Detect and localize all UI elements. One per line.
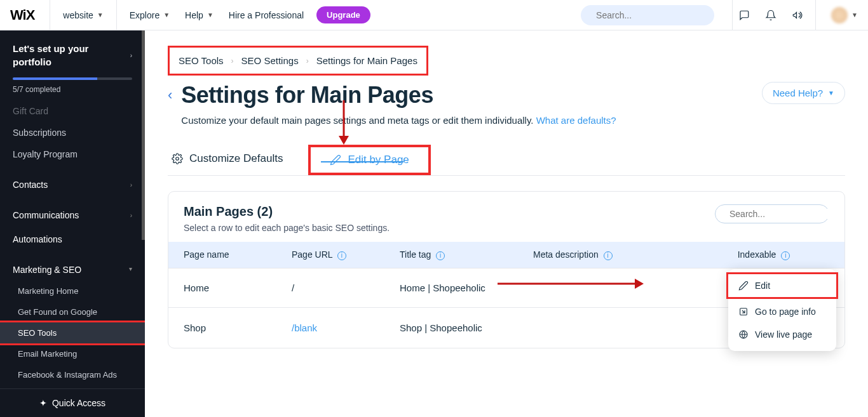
cell-page-url: /blank	[276, 307, 384, 348]
chevron-right-icon: ›	[130, 182, 132, 189]
top-search[interactable]	[581, 5, 714, 25]
site-selector-label: website	[63, 10, 93, 20]
info-icon[interactable]: i	[337, 251, 346, 260]
bell-icon[interactable]	[764, 9, 777, 22]
chevron-right-icon: ›	[130, 212, 132, 219]
pencil-icon	[738, 281, 749, 291]
chevron-down-icon: ▼	[207, 11, 214, 18]
cell-page-name: Shop	[168, 307, 276, 348]
sidebar-section-automations[interactable]: Automations	[0, 228, 145, 250]
hire-link[interactable]: Hire a Professional	[221, 5, 311, 25]
info-icon[interactable]: i	[436, 251, 445, 260]
divider	[732, 0, 733, 30]
back-button[interactable]: ‹	[168, 82, 172, 103]
gear-icon	[172, 153, 183, 164]
tab-underline	[321, 161, 403, 162]
top-search-input[interactable]	[596, 10, 707, 20]
chevron-down-icon: ▼	[851, 11, 858, 18]
setup-title: Let's set up your portfolio	[13, 42, 88, 69]
link-label: Explore	[130, 10, 159, 20]
ctx-edit[interactable]: Edit	[728, 274, 836, 297]
sparkle-icon: ✦	[39, 398, 47, 408]
explore-link[interactable]: Explore ▼	[122, 5, 177, 25]
row-context-menu: Edit Go to page info View live page	[728, 269, 836, 351]
cell-meta	[518, 268, 683, 307]
chevron-up-icon: ▴	[129, 267, 132, 274]
divider	[815, 0, 816, 30]
tabs: Customize Defaults Edit by Page	[168, 143, 845, 176]
topbar: WiX website ▼ Explore ▼ Help ▼ Hire a Pr…	[0, 0, 868, 30]
card-subtitle: Select a row to edit each page's basic S…	[184, 223, 390, 233]
sidebar-item-get-found[interactable]: Get Found on Google	[0, 301, 145, 322]
col-page-name: Page name	[168, 242, 276, 268]
col-indexable: Indexable i	[683, 242, 844, 268]
annotation-highlight: Edit by Page	[308, 145, 430, 175]
pencil-icon	[330, 154, 341, 166]
col-title-tag: Title tag i	[384, 242, 518, 268]
progress-label: 5/7 completed	[13, 85, 132, 94]
cell-page-name: Home	[168, 268, 276, 307]
sidebar-section-contacts[interactable]: Contacts ›	[0, 174, 145, 195]
site-selector[interactable]: website ▼	[55, 5, 111, 25]
svg-point-4	[176, 157, 179, 161]
sidebar-item-giftcard[interactable]: Gift Card	[0, 100, 145, 122]
ctx-page-info[interactable]: Go to page info	[728, 300, 836, 323]
sidebar-item-subscriptions[interactable]: Subscriptions	[0, 122, 145, 143]
page-url-link[interactable]: /blank	[292, 322, 317, 333]
need-help-button[interactable]: Need Help? ▼	[762, 82, 845, 104]
tab-edit-by-page[interactable]: Edit by Page	[330, 154, 409, 166]
sidebar-item-fbig-ads[interactable]: Facebook & Instagram Ads	[0, 364, 145, 385]
sidebar-item-email-marketing[interactable]: Email Marketing	[0, 343, 145, 364]
tab-customize-defaults[interactable]: Customize Defaults	[168, 143, 287, 175]
chat-icon[interactable]	[738, 9, 750, 22]
sidebar-item-seo-tools[interactable]: SEO Tools	[0, 322, 145, 343]
top-icons	[738, 9, 804, 22]
megaphone-icon[interactable]	[791, 9, 804, 22]
profile-menu[interactable]: ▼	[821, 7, 858, 23]
card-search[interactable]	[715, 204, 829, 223]
annotation-highlight: Edit	[726, 272, 838, 299]
cell-title-tag: Home | Shopeeholic	[384, 268, 518, 307]
divider	[116, 0, 117, 30]
cell-meta	[518, 307, 683, 348]
main-content: SEO Tools › SEO Settings › Settings for …	[145, 30, 868, 417]
col-page-url: Page URL i	[276, 242, 384, 268]
chevron-right-icon: ›	[130, 52, 132, 59]
crumb-seo-settings[interactable]: SEO Settings	[241, 55, 299, 66]
sidebar-item-marketing-home[interactable]: Marketing Home	[0, 281, 145, 301]
external-icon	[738, 307, 749, 317]
crumb-current: Settings for Main Pages	[316, 55, 417, 66]
progress-wrap: 5/7 completed	[0, 77, 145, 100]
wix-logo[interactable]: WiX	[10, 7, 34, 23]
card-search-input[interactable]	[729, 209, 841, 219]
chevron-down-icon: ▼	[163, 11, 170, 18]
upgrade-button[interactable]: Upgrade	[316, 6, 370, 23]
quick-access-button[interactable]: ✦ Quick Access	[0, 388, 145, 417]
chevron-down-icon: ▼	[97, 11, 104, 18]
sidebar-item-loyalty[interactable]: Loyalty Program	[0, 143, 145, 165]
link-label: Help	[185, 10, 203, 20]
chevron-down-icon: ▼	[828, 89, 834, 96]
card-title: Main Pages (2)	[184, 204, 390, 219]
sidebar-section-marketing[interactable]: Marketing & SEO ▴	[0, 259, 145, 281]
progress-bar	[13, 77, 132, 80]
link-label: Hire a Professional	[229, 10, 304, 20]
breadcrumb: SEO Tools › SEO Settings › Settings for …	[168, 46, 428, 76]
cell-title-tag: Shop | Shopeeholic	[384, 307, 518, 348]
defaults-link[interactable]: What are defaults?	[536, 115, 616, 126]
setup-card[interactable]: Let's set up your portfolio ›	[0, 30, 145, 77]
cell-page-url: /	[276, 268, 384, 307]
page-subtitle: Customize your default main pages settin…	[181, 115, 616, 126]
globe-icon	[738, 329, 749, 340]
divider	[50, 0, 50, 30]
chevron-right-icon: ›	[306, 56, 309, 65]
info-icon[interactable]: i	[781, 251, 790, 260]
page-title: Settings for Main Pages	[181, 82, 616, 109]
sidebar-section-communications[interactable]: Communications ›	[0, 204, 145, 226]
info-icon[interactable]: i	[604, 251, 613, 260]
ctx-view-live[interactable]: View live page	[728, 323, 836, 346]
sidebar: Let's set up your portfolio › 5/7 comple…	[0, 30, 145, 417]
crumb-seo-tools[interactable]: SEO Tools	[179, 55, 224, 66]
help-link[interactable]: Help ▼	[177, 5, 221, 25]
avatar	[831, 7, 848, 23]
